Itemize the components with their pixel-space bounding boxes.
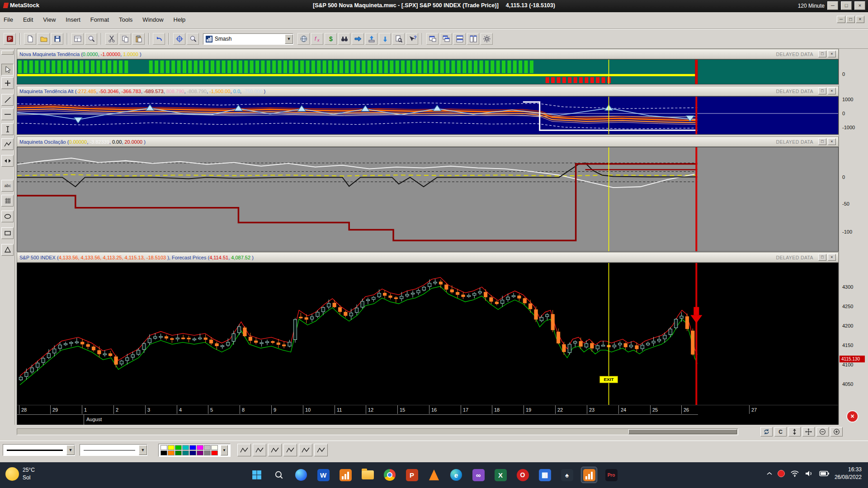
line-style-button-4[interactable] [283,444,297,456]
color-swatch[interactable] [189,445,196,450]
panel-close-button[interactable]: × [828,88,836,94]
tendencia-alt-chart[interactable] [17,96,839,135]
clock-widget[interactable]: 16:33 26/08/2022 [835,466,862,482]
paste-icon[interactable] [132,33,145,45]
battery-icon[interactable] [819,471,829,476]
polyline-tool[interactable] [1,138,14,150]
trendline-tool[interactable] [1,94,14,106]
copy-icon[interactable] [119,33,131,45]
start-button[interactable] [249,467,265,483]
template-combo-arrow[interactable]: ▼ [285,34,293,44]
page-layout-icon[interactable] [71,33,84,45]
menu-insert[interactable]: Insert [66,16,80,23]
line-style-button-1[interactable] [237,444,251,456]
child-restore-button[interactable]: □ [846,16,855,23]
line-style-combo[interactable]: ▼ [3,444,75,456]
ellipse-tool[interactable] [1,211,14,222]
panel-restore-button[interactable]: □ [818,138,826,145]
panel-header-sp500[interactable]: S&P 500 INDEX (4,133.56, 4,133.56, 4,113… [17,252,839,263]
crosshair-plus-tool[interactable] [1,77,14,89]
file-explorer-icon[interactable] [359,467,376,483]
panel-restore-button[interactable]: □ [818,88,826,94]
horizontal-scrollbar[interactable] [17,428,738,435]
chrome-icon[interactable] [382,467,398,483]
rectangle-tool[interactable] [1,227,14,239]
explorer-binoculars-icon[interactable] [338,33,350,45]
panel-header-tendencia[interactable]: Nova Maquineta Tendência (0.0000, -1.000… [17,49,839,59]
refresh-chart-button[interactable] [760,427,773,436]
color-swatch[interactable] [168,445,175,450]
color-swatch[interactable] [175,450,182,455]
zoom-tool-icon[interactable] [187,33,199,45]
triangle-tool[interactable] [1,244,14,256]
crosshair-icon[interactable] [173,33,185,45]
color-swatch[interactable] [182,450,189,455]
minimize-button[interactable]: ─ [827,1,838,10]
zoom-in-button[interactable] [830,427,843,436]
color-palette[interactable]: ▼ [158,444,231,457]
oscilacao-chart-canvas[interactable] [17,147,838,251]
undo-icon[interactable] [153,33,165,45]
scrollbar-thumb[interactable] [628,429,737,434]
color-swatch[interactable] [168,450,175,455]
line-style-button-3[interactable] [268,444,282,456]
color-swatch[interactable] [160,445,167,450]
metastock-active-icon[interactable] [581,467,597,483]
tendencia-alt-chart-canvas[interactable] [17,97,838,134]
panel-restore-button[interactable]: □ [818,254,826,261]
excel-icon[interactable]: X [492,467,509,483]
text-cursor-tool[interactable] [1,123,14,135]
line-weight-combo[interactable]: ▼ [80,444,147,456]
panel-header-oscilacao[interactable]: Maquineta Oscilação (0.00000, -3.82339, … [17,136,839,147]
color-swatch[interactable] [197,445,203,450]
color-swatch[interactable] [204,445,211,450]
maximize-button[interactable]: □ [841,1,852,10]
child-close-button[interactable]: × [856,16,864,23]
menu-view[interactable]: View [43,16,56,23]
price-candlestick-chart[interactable]: EXIT [17,263,839,405]
workspace-options-icon[interactable] [481,33,493,45]
tray-app-icon[interactable] [778,470,785,477]
grid-tool[interactable] [1,195,14,206]
tile-vertical-icon[interactable] [467,33,479,45]
panel-close-button[interactable]: × [828,51,836,57]
price-scale-column[interactable]: 4115.130 010000-10000-50-100430042504200… [839,49,868,425]
color-swatch[interactable] [160,450,167,455]
open-chart-icon[interactable] [38,33,50,45]
scroll-arrows-tool[interactable] [1,155,14,167]
tendencia-chart-canvas[interactable] [17,60,838,84]
horizontal-line-tool[interactable] [1,108,14,120]
weather-widget[interactable]: 25°C Sol [5,466,35,482]
menu-edit[interactable]: Edit [23,16,33,23]
panel-header-tendencia-alt[interactable]: Maquineta Tendência Alt (-272.485, -50.3… [17,86,839,96]
line-style-button-2[interactable] [253,444,266,456]
pro-icon[interactable]: Pro [603,467,619,483]
volume-icon[interactable] [805,470,814,477]
color-swatch[interactable] [189,450,196,455]
pointer-tool[interactable] [1,64,14,75]
formula-fx-icon[interactable]: fx [311,33,323,45]
visual-studio-icon[interactable]: ∞ [470,467,486,483]
new-chart-icon[interactable] [24,33,36,45]
tile-horizontal-icon[interactable] [453,33,466,45]
close-button[interactable]: × [854,1,865,10]
menu-tools[interactable]: Tools [119,16,132,23]
menu-file[interactable]: File [4,16,13,23]
metastock-p-icon[interactable]: P [4,33,16,45]
powerpoint-icon[interactable]: P [404,467,420,483]
vlc-icon[interactable] [426,467,442,483]
line-style-button-5[interactable] [299,444,312,456]
cut-icon[interactable] [105,33,118,45]
poker-icon[interactable]: ♠ [559,467,575,483]
child-minimize-button[interactable]: ─ [837,16,845,23]
color-palette-arrow[interactable]: ▼ [221,445,228,455]
line-weight-combo-arrow[interactable]: ▼ [139,445,147,455]
connection-status-icon[interactable]: × [846,410,859,422]
search-button[interactable] [271,467,287,483]
template-combobox[interactable]: Smash▼ [203,33,293,45]
opera-icon[interactable]: O [514,467,531,483]
edge-icon[interactable]: e [448,467,464,483]
panel-close-button[interactable]: × [828,254,836,261]
text-label-tool[interactable]: abc [1,180,14,192]
new-window-icon[interactable] [426,33,439,45]
